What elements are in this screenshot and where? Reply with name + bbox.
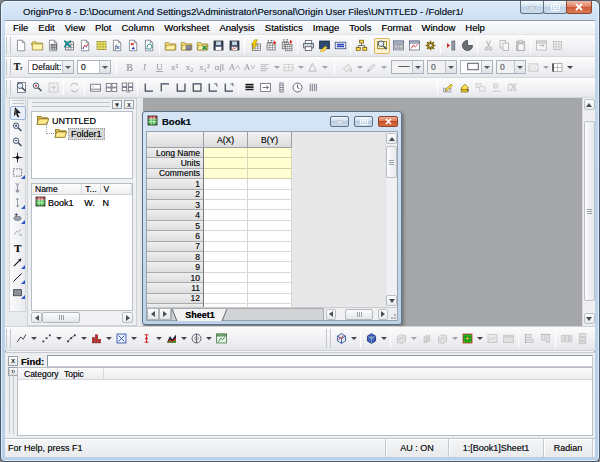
area-plot-button[interactable] xyxy=(163,331,179,347)
axis-top-left-button[interactable] xyxy=(156,80,172,96)
scroll-track[interactable] xyxy=(584,111,595,312)
scroll-left-button[interactable] xyxy=(326,309,336,320)
menu-image[interactable]: Image xyxy=(308,21,344,34)
bold-button[interactable]: B xyxy=(122,59,137,75)
open-template-button[interactable] xyxy=(194,38,210,54)
cell-type[interactable]: W. xyxy=(82,198,100,208)
line-style-combo[interactable] xyxy=(391,60,424,74)
line-symbol-plot-dropdown[interactable] xyxy=(79,331,88,347)
book1-close-button[interactable] xyxy=(378,116,398,127)
results-column-category[interactable]: Category xyxy=(18,368,58,379)
insert-worksheet-dropdown[interactable] xyxy=(475,331,484,347)
toolbar-grip[interactable] xyxy=(6,37,11,54)
menu-statistics[interactable]: Statistics xyxy=(260,21,308,34)
polar-plot-button[interactable] xyxy=(188,331,204,347)
zoom-out-button[interactable] xyxy=(10,136,26,150)
paste-button[interactable] xyxy=(512,38,528,54)
template-plot-dropdown[interactable] xyxy=(129,331,138,347)
menu-window[interactable]: Window xyxy=(417,21,461,34)
combo-dropdown-button[interactable] xyxy=(99,61,110,73)
cell[interactable] xyxy=(204,200,248,210)
3d-graph-gallery-button[interactable] xyxy=(363,331,379,347)
cell[interactable] xyxy=(204,252,248,262)
pointer-button[interactable] xyxy=(10,106,26,120)
cell-view[interactable]: N xyxy=(101,198,132,208)
cell[interactable] xyxy=(204,169,248,179)
cell[interactable] xyxy=(248,252,292,262)
data-marker-button[interactable] xyxy=(443,38,459,54)
column-header-ax[interactable]: A(X) xyxy=(204,132,248,148)
2d-graph-gallery-dropdown[interactable] xyxy=(349,331,358,347)
add-color-scale-button[interactable] xyxy=(273,80,289,96)
row-header-3[interactable]: 3 xyxy=(147,200,204,210)
screen-reader-button[interactable] xyxy=(316,38,332,54)
combo-dropdown-button[interactable] xyxy=(62,61,73,73)
2d-graph-gallery-button[interactable] xyxy=(333,331,349,347)
fill-color-button[interactable] xyxy=(340,59,355,75)
align-top-objects-button[interactable] xyxy=(537,331,553,347)
scroll-left-button[interactable] xyxy=(31,312,42,323)
worksheet-window-button[interactable] xyxy=(390,38,406,54)
column-plot-dropdown[interactable] xyxy=(104,331,113,347)
panel-close-button[interactable]: x xyxy=(124,100,134,109)
row-header-comments[interactable]: Comments xyxy=(147,169,204,179)
toolbar-grip[interactable] xyxy=(6,59,11,75)
group-objects-button[interactable] xyxy=(472,80,488,96)
cell[interactable] xyxy=(248,221,292,231)
row-header-4[interactable]: 4 xyxy=(147,210,204,220)
cell[interactable] xyxy=(248,262,292,272)
scroll-right-button[interactable] xyxy=(122,312,133,323)
row-header-5[interactable]: 5 xyxy=(147,221,204,231)
duplicate-worksheet-button[interactable] xyxy=(549,38,565,54)
arrow-tool-button[interactable] xyxy=(10,256,26,270)
scroll-up-button[interactable] xyxy=(584,99,595,110)
column-plot-button[interactable] xyxy=(88,331,104,347)
cell-borders-button[interactable] xyxy=(550,59,565,75)
template-plot-button[interactable] xyxy=(113,331,129,347)
insert-graph-dropdown[interactable] xyxy=(409,331,418,347)
cell[interactable] xyxy=(204,294,248,304)
close-button[interactable] xyxy=(566,1,592,14)
scroll-thumb[interactable] xyxy=(584,121,595,301)
cell-name[interactable]: Book1 xyxy=(32,195,82,210)
cell[interactable] xyxy=(204,158,248,168)
subsuperscript-button[interactable]: x₁² xyxy=(197,59,212,75)
column-header-v[interactable]: V xyxy=(101,184,132,194)
scroll-thumb[interactable] xyxy=(345,309,373,320)
toolbar-grip[interactable] xyxy=(6,80,11,95)
row-header-11[interactable]: 11 xyxy=(147,283,204,293)
combo-dropdown-button[interactable] xyxy=(412,61,423,73)
data-display-button[interactable] xyxy=(332,38,348,54)
book1-hscrollbar[interactable] xyxy=(326,308,388,320)
project-explorer-hscrollbar[interactable] xyxy=(31,312,133,323)
scroll-thumb[interactable] xyxy=(386,146,397,178)
refresh-graph-button[interactable] xyxy=(66,80,82,96)
insert-equation-dropdown[interactable] xyxy=(450,331,459,347)
italic-button[interactable]: I xyxy=(137,59,152,75)
book1-title-bar[interactable]: Book1 xyxy=(143,112,401,130)
insert-image-button[interactable] xyxy=(484,331,500,347)
scroll-up-button[interactable] xyxy=(386,133,397,144)
results-column-topic[interactable]: Topic xyxy=(58,368,104,379)
column-header-by[interactable]: B(Y) xyxy=(248,132,292,148)
tree-item-folder1[interactable]: Folder1 xyxy=(32,127,132,140)
find-input[interactable] xyxy=(47,355,593,367)
tools-palette-grip[interactable] xyxy=(12,100,24,104)
copy-button[interactable] xyxy=(496,38,512,54)
cell[interactable] xyxy=(204,262,248,272)
row-header-7[interactable]: 7 xyxy=(147,242,204,252)
rescale-page-button[interactable] xyxy=(45,80,61,96)
find-close-button[interactable]: x xyxy=(8,356,18,366)
superscript-button[interactable]: x² xyxy=(167,59,182,75)
zoom-in-button[interactable] xyxy=(10,121,26,135)
scroll-down-button[interactable] xyxy=(386,295,397,306)
font-color-button[interactable] xyxy=(305,59,320,75)
font-size-combo[interactable]: 0 xyxy=(77,60,111,74)
autohide-button[interactable]: ▾ xyxy=(112,100,122,109)
column-header-t[interactable]: T... xyxy=(82,184,100,194)
menu-view[interactable]: View xyxy=(60,21,90,34)
minimize-button[interactable] xyxy=(520,1,544,14)
insert-sparklines-button[interactable] xyxy=(418,331,434,347)
row-header-1[interactable]: 1 xyxy=(147,179,204,189)
fill-pattern-dropdown[interactable] xyxy=(541,59,550,75)
